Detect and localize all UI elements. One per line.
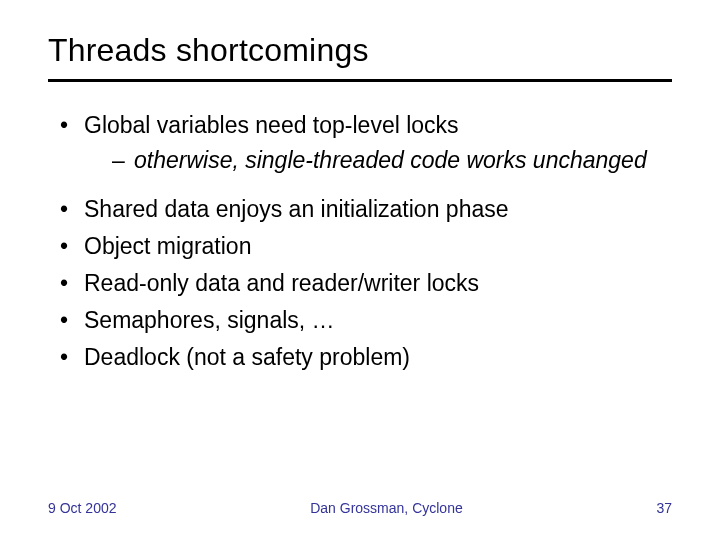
- bullet-text: Deadlock (not a safety problem): [84, 344, 410, 370]
- slide: Threads shortcomings Global variables ne…: [0, 0, 720, 540]
- bullet-item: Read-only data and reader/writer locks: [60, 268, 672, 299]
- sub-bullet-item: otherwise, single-threaded code works un…: [112, 145, 672, 176]
- footer-author: Dan Grossman, Cyclone: [117, 500, 657, 516]
- footer-page-number: 37: [656, 500, 672, 516]
- footer-date: 9 Oct 2002: [48, 500, 117, 516]
- slide-footer: 9 Oct 2002 Dan Grossman, Cyclone 37: [48, 500, 672, 516]
- bullet-text: Read-only data and reader/writer locks: [84, 270, 479, 296]
- bullet-text: Global variables need top-level locks: [84, 112, 459, 138]
- slide-title: Threads shortcomings: [48, 32, 672, 82]
- slide-content: Global variables need top-level locks ot…: [48, 110, 672, 373]
- bullet-text: Object migration: [84, 233, 251, 259]
- bullet-item: Global variables need top-level locks ot…: [60, 110, 672, 176]
- sub-bullet-text: otherwise, single-threaded code works un…: [134, 147, 647, 173]
- bullet-text: Shared data enjoys an initialization pha…: [84, 196, 509, 222]
- bullet-item: Object migration: [60, 231, 672, 262]
- bullet-item: Shared data enjoys an initialization pha…: [60, 194, 672, 225]
- bullet-text: Semaphores, signals, …: [84, 307, 335, 333]
- sub-bullet-list: otherwise, single-threaded code works un…: [84, 145, 672, 176]
- bullet-item: Deadlock (not a safety problem): [60, 342, 672, 373]
- bullet-item: Semaphores, signals, …: [60, 305, 672, 336]
- bullet-list: Global variables need top-level locks ot…: [48, 110, 672, 373]
